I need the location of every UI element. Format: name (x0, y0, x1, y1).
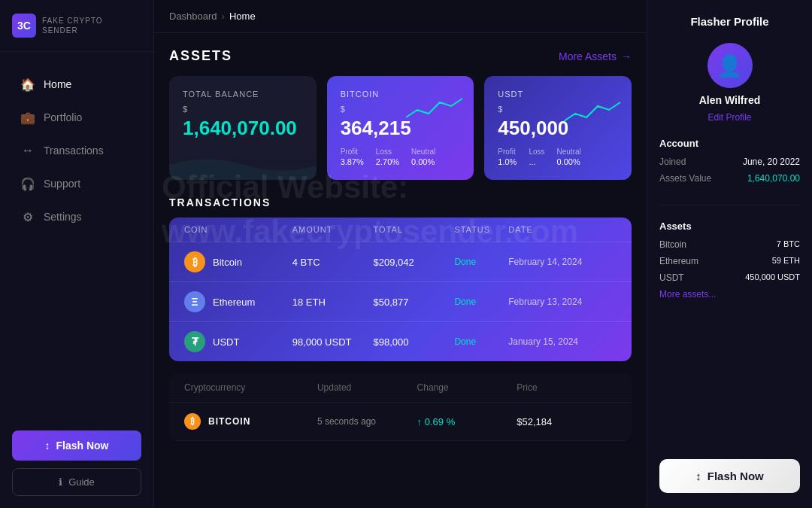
logo-text: FAKE CRYPTO SENDER (42, 16, 141, 35)
sidebar-item-transactions-label: Transactions (44, 144, 104, 157)
usdt-chart (564, 91, 624, 129)
more-assets-link[interactable]: More Assets → (559, 50, 632, 62)
tx-coin-btc-name: Bitcoin (213, 257, 242, 268)
main-scroll-area: ASSETS More Assets → TOTAL BALANCE $ 1,6… (154, 33, 647, 508)
sidebar-bottom: ↕ Flash Now ℹ Guide (0, 418, 153, 508)
tx-coin-usdt: ₮ USDT (184, 331, 292, 352)
tx-eth-date: February 13, 2024 (508, 297, 617, 307)
logo-icon: 3C (12, 14, 36, 38)
sidebar: 3C FAKE CRYPTO SENDER 🏠 Home 💼 Portfolio… (0, 0, 154, 508)
breadcrumb-current: Home (229, 11, 256, 22)
sidebar-item-transactions[interactable]: ↔ Transactions (6, 135, 147, 166)
right-panel: Flasher Profile 👤 Alen Wilfred Edit Prof… (647, 0, 812, 508)
sidebar-item-portfolio[interactable]: 💼 Portfolio (6, 102, 147, 133)
account-title: Account (659, 138, 800, 149)
sidebar-item-settings-label: Settings (44, 211, 82, 223)
total-balance-amount: 1,640,070.00 (183, 117, 303, 140)
breadcrumb-parent: Dashboard (169, 11, 217, 22)
account-section: Account Joined June, 20 2022 Assets Valu… (659, 138, 800, 190)
divider (659, 205, 800, 205)
breadcrumb: Dashboard › Home (154, 0, 647, 33)
list-item: Bitcoin 7 BTC (659, 239, 800, 250)
tx-coin-eth: Ξ Ethereum (184, 291, 292, 312)
tx-coin-btc: ₿ Bitcoin (184, 251, 292, 272)
crypto-btc-change: ↑ 0.69 % (417, 416, 517, 427)
flash-now-sidebar-label: Flash Now (56, 440, 108, 452)
sidebar-item-home-label: Home (44, 78, 71, 90)
crypto-col-name: Cryptocurrency (184, 382, 317, 393)
sidebar-nav: 🏠 Home 💼 Portfolio ↔ Transactions 🎧 Supp… (0, 52, 153, 418)
guide-button[interactable]: ℹ Guide (12, 468, 141, 496)
table-row: ₮ USDT 98,000 USDT $98,000 Done January … (169, 321, 632, 361)
asset-bitcoin-name: Bitcoin (659, 239, 686, 250)
flash-now-sidebar-button[interactable]: ↕ Flash Now (12, 430, 141, 461)
asset-ethereum-name: Ethereum (659, 256, 698, 266)
usdt-icon: ₮ (184, 331, 205, 352)
crypto-col-price: Price (517, 382, 617, 393)
transactions-section: TRANSACTIONS Coin Amount Total Status Da… (169, 196, 632, 361)
edit-profile-link[interactable]: Edit Profile (707, 112, 751, 123)
assets-title: ASSETS (169, 48, 232, 64)
main-content-area: Dashboard › Home ASSETS More Assets → TO… (154, 0, 647, 508)
sidebar-item-support-label: Support (44, 178, 80, 190)
guide-label: Guide (68, 476, 95, 488)
crypto-btc-name: ₿ BITCOIN (184, 413, 317, 430)
usdt-stats: Profit 1.0% Loss ... Neutral 0.00% (498, 148, 618, 166)
tx-usdt-total: $98,000 (374, 336, 455, 348)
tx-coin-usdt-name: USDT (213, 336, 239, 348)
total-balance-currency: $ (183, 105, 303, 114)
panel-title: Flasher Profile (659, 15, 800, 28)
tx-col-status: Status (454, 225, 508, 234)
crypto-table-header: Cryptocurrency Updated Change Price (169, 373, 632, 403)
more-assets-button[interactable]: More assets... (659, 289, 800, 300)
guide-icon: ℹ (59, 476, 62, 488)
total-wave-bg (169, 150, 317, 180)
account-joined-row: Joined June, 20 2022 (659, 157, 800, 167)
assets-section-header: ASSETS More Assets → (169, 48, 632, 64)
asset-ethereum-val: 59 ETH (772, 256, 800, 266)
transactions-icon: ↔ (21, 144, 35, 157)
assets-list-section: Assets Bitcoin 7 BTC Ethereum 59 ETH USD… (659, 221, 800, 300)
tx-usdt-date: January 15, 2024 (508, 336, 617, 347)
tx-col-date: Date (508, 225, 617, 234)
settings-icon: ⚙ (21, 210, 35, 224)
tx-table-header: Coin Amount Total Status Date (169, 217, 632, 242)
bitcoin-card: Bitcoin $ 364,215 Profit 3.87% Loss 2.70… (327, 76, 474, 180)
asset-usdt-val: 450,000 USDT (745, 272, 800, 283)
crypto-btc-icon: ₿ (184, 413, 201, 430)
assets-value: 1,640,070.00 (747, 173, 800, 184)
arrow-right-icon: → (621, 50, 632, 62)
transactions-title: TRANSACTIONS (169, 196, 632, 208)
bitcoin-stats: Profit 3.87% Loss 2.70% Neutral 0.00% (341, 148, 461, 166)
list-item: Ethereum 59 ETH (659, 256, 800, 266)
flash-now-main-button[interactable]: ↕ Flash Now (659, 459, 800, 493)
assets-list-title: Assets (659, 221, 800, 232)
transactions-table: Coin Amount Total Status Date ₿ Bitcoin … (169, 217, 632, 361)
crypto-table: Cryptocurrency Updated Change Price ₿ BI… (169, 373, 632, 441)
list-item: USDT 450,000 USDT (659, 272, 800, 283)
sidebar-item-settings[interactable]: ⚙ Settings (6, 201, 147, 233)
total-balance-card: TOTAL BALANCE $ 1,640,070.00 (169, 76, 317, 180)
tx-col-amount: Amount (292, 225, 374, 234)
crypto-btc-price: $52,184 (517, 416, 617, 427)
tx-eth-amount: 18 ETH (292, 297, 374, 308)
sidebar-item-support[interactable]: 🎧 Support (6, 168, 147, 199)
joined-val: June, 20 2022 (743, 157, 800, 167)
total-balance-label: TOTAL BALANCE (183, 90, 303, 99)
assets-value-label: Assets Value (659, 173, 711, 184)
bitcoin-chart (406, 91, 466, 129)
list-item: ₿ BITCOIN 5 seconds ago ↑ 0.69 % $52,184 (169, 403, 632, 441)
btc-icon: ₿ (184, 251, 205, 272)
portfolio-icon: 💼 (21, 111, 35, 124)
tx-btc-date: February 14, 2024 (508, 257, 617, 267)
sidebar-item-portfolio-label: Portfolio (44, 111, 82, 123)
crypto-section: Cryptocurrency Updated Change Price ₿ BI… (169, 373, 632, 441)
table-row: ₿ Bitcoin 4 BTC $209,042 Done February 1… (169, 242, 632, 281)
table-row: Ξ Ethereum 18 ETH $50,877 Done February … (169, 281, 632, 321)
tx-col-coin: Coin (184, 225, 292, 234)
usdt-card: USDT $ 450,000 Profit 1.0% Loss ... (484, 76, 632, 180)
asset-usdt-name: USDT (659, 272, 684, 283)
sidebar-item-home[interactable]: 🏠 Home (6, 68, 147, 100)
crypto-btc-updated: 5 seconds ago (317, 416, 417, 427)
tx-coin-eth-name: Ethereum (213, 297, 255, 308)
